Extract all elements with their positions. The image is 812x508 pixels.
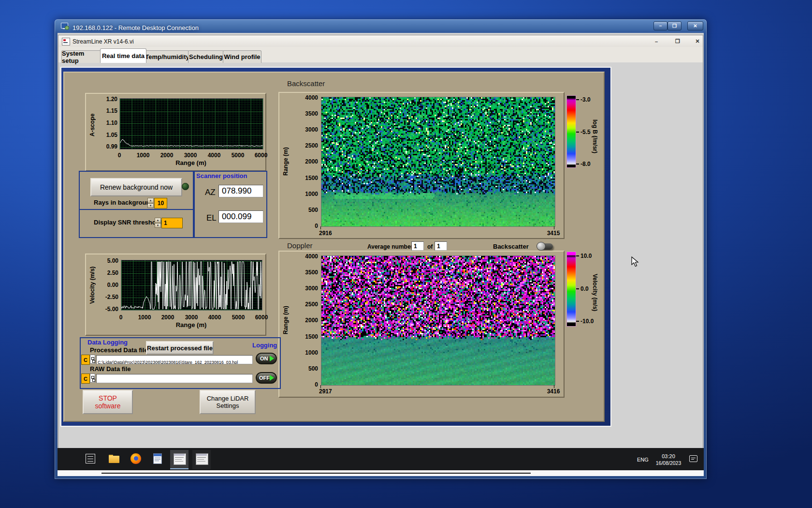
vi-close-button[interactable]: ✕ [692, 38, 703, 45]
doppler-colorbar-label: Velocity (m/s) [591, 259, 598, 327]
taskbar-app-scan-scheduler-active[interactable] [170, 450, 188, 469]
notification-icon[interactable] [689, 455, 697, 462]
start-icon[interactable] [86, 454, 95, 463]
velocity-xtick: 1000 [138, 314, 151, 321]
toggle-arrow-icon [270, 356, 274, 361]
doppler-ytick: 2000 [305, 317, 318, 324]
backscatter-ytick: 4000 [305, 94, 318, 101]
doppler-ytick: 1000 [305, 349, 318, 356]
tab-temp-humidity[interactable]: Temp/humidity [145, 50, 189, 63]
vi-title: StreamLine XR v14-6.vi [72, 38, 134, 45]
rdp-maximize-button[interactable]: ❐ [667, 21, 682, 30]
ascope-xlabel: Range (m) [119, 159, 262, 166]
change-line1: Change LiDAR [207, 395, 249, 402]
backscatter-ytick: 1000 [305, 191, 318, 197]
ascope-xtick: 2000 [160, 152, 174, 159]
background-box-divider [79, 209, 193, 210]
doppler-ytick: 500 [308, 365, 318, 372]
backscatter-colorbar [566, 95, 576, 168]
rdp-close-button[interactable]: ✕ [687, 21, 703, 30]
backscatter-ylabel: Range (m) [282, 139, 289, 184]
processed-path-text: C:\Lidar\Data\Proc\2023\202308\20230816\… [98, 360, 238, 364]
renew-background-button[interactable]: Renew background now [90, 178, 182, 196]
average-number-field[interactable]: 1 [411, 241, 424, 251]
vi-minimize-button[interactable]: – [650, 38, 663, 45]
firefox-icon[interactable] [130, 453, 141, 464]
doppler-ytick: 3000 [305, 285, 318, 292]
backscatter-ytick: 0 [315, 223, 318, 229]
snr-spinner[interactable]: ▲ ▼ [155, 218, 161, 228]
toggle-knob-icon[interactable] [536, 242, 546, 251]
backscatter-ytick: 3000 [305, 126, 318, 133]
processed-drive-button[interactable]: C [81, 355, 90, 365]
ascope-ytick: 1.05 [106, 132, 117, 138]
file-explorer-icon[interactable] [109, 455, 119, 463]
change-lidar-settings-button[interactable]: Change LiDAR Settings [200, 390, 256, 414]
language-indicator[interactable]: ENG [637, 457, 649, 463]
velocity-xtick: 3000 [185, 314, 198, 321]
rays-value-field[interactable]: 10 [154, 198, 167, 209]
processed-data-file-label: Processed Data file [90, 346, 148, 354]
scanner-position-box [193, 171, 267, 238]
colorbar-tick-mark [576, 288, 579, 289]
velocity-xtick: 5000 [232, 314, 245, 321]
horizontal-scrollbar[interactable] [102, 473, 531, 474]
rays-spinner[interactable]: ▲ ▼ [147, 198, 154, 208]
ascope-ytick: 1.20 [106, 96, 117, 103]
ascope-ylabel: A-scope [89, 105, 97, 144]
vi-restore-button[interactable]: ❐ [671, 38, 684, 45]
doppler-x-left: 2917 [319, 388, 332, 395]
colorbar-tick-mark [576, 164, 579, 164]
backscatter-ytick: 3500 [305, 110, 318, 117]
average-number-label: Average number [367, 243, 413, 250]
spin-down-icon[interactable]: ▼ [147, 203, 154, 209]
raw-drive-button[interactable]: C [81, 374, 90, 384]
renew-led-icon [182, 183, 189, 190]
restart-processed-file-button[interactable]: Restart processed file [146, 341, 214, 355]
doppler-ytick: 4000 [305, 253, 318, 260]
doppler-ytick: 0 [315, 381, 318, 388]
rdp-minimize-button[interactable]: – [653, 21, 667, 30]
taskbar-app-scan-scheduler[interactable] [192, 450, 211, 469]
doppler-heatmap [321, 255, 555, 386]
axis-tick [554, 226, 554, 229]
velocity-ytick: -5.00 [105, 306, 118, 313]
colorbar-tick-mark [576, 132, 579, 133]
spin-down-icon[interactable]: ▼ [155, 223, 161, 228]
velocity-xlabel: Range (m) [121, 321, 261, 329]
document-icon[interactable] [153, 453, 162, 464]
backscatter-colorbar-tick: -3.0 [580, 96, 591, 103]
backscatter-ytick: 500 [308, 207, 318, 213]
velocity-ytick: 2.50 [107, 269, 118, 276]
tab-wind-profile[interactable]: Wind profile [223, 50, 261, 63]
clock-time[interactable]: 03:20 [653, 453, 683, 459]
colorbar-tick-mark [576, 99, 579, 100]
raw-path-field[interactable] [96, 374, 253, 383]
doppler-ytick: 2500 [305, 301, 318, 308]
ascope-xtick: 1000 [137, 152, 150, 159]
ascope-xtick: 0 [118, 152, 121, 159]
velocity-ytick: -2.50 [105, 294, 118, 300]
tab-system-setup[interactable]: System setup [61, 50, 101, 63]
clock-date[interactable]: 16/08/2023 [652, 460, 685, 466]
ascope-plot [119, 98, 263, 149]
tab-real-time-data[interactable]: Real time data [100, 48, 146, 63]
tab-scheduling[interactable]: Scheduling [188, 50, 224, 63]
doppler-colorbar-tick: 10.0 [580, 253, 592, 259]
ascope-ytick: 1.10 [106, 120, 117, 126]
stop-line1: STOP [99, 394, 117, 402]
processed-logging-on-toggle[interactable]: ON [256, 353, 277, 364]
velocity-ylabel: Velocity (m/s) [89, 258, 97, 312]
ascope-xtick: 6000 [255, 152, 268, 159]
mouse-cursor-icon [631, 256, 640, 268]
ascope-ytick: 1.15 [106, 107, 117, 114]
snr-value-field[interactable]: 1 [161, 218, 183, 228]
snr-threshold-label: Display SNR threshold [94, 219, 161, 226]
raw-logging-off-toggle[interactable]: OFF [256, 372, 277, 384]
rays-in-background-label: Rays in background [94, 199, 154, 206]
spin-up-icon[interactable]: ▲ [147, 198, 154, 203]
stop-software-button[interactable]: STOP software [83, 390, 133, 414]
spin-up-icon[interactable]: ▲ [155, 218, 161, 223]
az-value-field: 078.990 [218, 185, 263, 197]
processed-path-field[interactable]: C:\Lidar\Data\Proc\2023\202308\20230816\… [96, 355, 253, 364]
